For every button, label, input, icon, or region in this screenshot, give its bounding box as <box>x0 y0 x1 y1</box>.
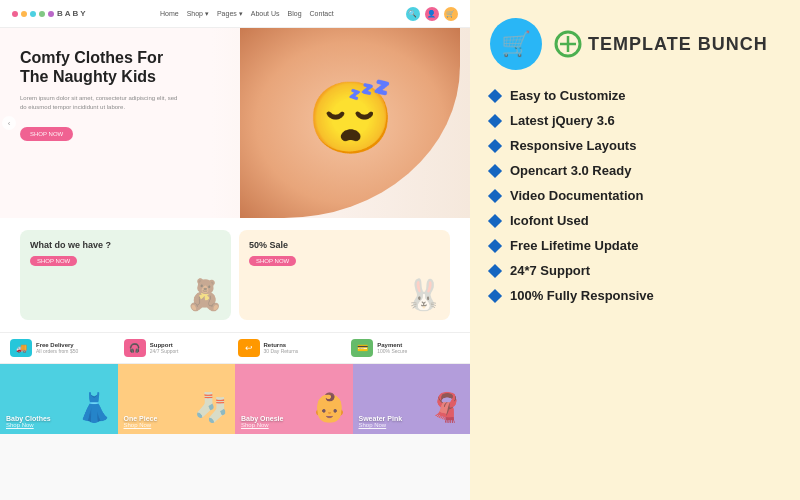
feature-payment-text: Payment 100% Secure <box>377 342 407 354</box>
site-header: BABY Home Shop ▾ Pages ▾ About Us Blog C… <box>0 0 470 28</box>
nav-contact[interactable]: Contact <box>310 10 334 17</box>
nav-shop[interactable]: Shop ▾ <box>187 10 209 18</box>
cart-badge: 🛒 <box>490 18 542 70</box>
diamond-icon-5 <box>488 188 502 202</box>
feature-delivery-text: Free Delivery All orders from $50 <box>36 342 78 354</box>
nav-home[interactable]: Home <box>160 10 179 17</box>
promo-card-2-icon: 🐰 <box>405 277 442 312</box>
feature-video-doc-label: Video Documentation <box>510 188 643 203</box>
search-icon[interactable]: 🔍 <box>406 7 420 21</box>
feature-fully-responsive: 100% Fully Responsive <box>490 288 780 303</box>
feature-fully-responsive-label: 100% Fully Responsive <box>510 288 654 303</box>
website-mockup: BABY Home Shop ▾ Pages ▾ About Us Blog C… <box>0 0 470 500</box>
feature-returns: ↩ Returns 30 Day Returns <box>238 339 347 357</box>
logo-dot-4 <box>39 11 45 17</box>
feature-icofont: Icofont Used <box>490 213 780 228</box>
promo-card-1-content: What do we have ? SHOP NOW <box>30 240 111 266</box>
hero-shop-now-button[interactable]: SHOP NOW <box>20 127 73 141</box>
brand-name-text: TEMPLATE BUNCH <box>588 34 768 55</box>
promo-card-2-shop-button[interactable]: SHOP NOW <box>249 256 296 266</box>
baby-onesie-icon: 👶 <box>312 391 347 424</box>
promo-card-sale: 50% Sale SHOP NOW 🐰 <box>239 230 450 320</box>
delivery-icon: 🚚 <box>10 339 32 357</box>
payment-icon: 💳 <box>351 339 373 357</box>
hero-content: Comfy Clothes For The Naughty Kids Lorem… <box>20 48 180 141</box>
baby-emoji: 😴 <box>307 83 394 153</box>
support-sub: 24/7 Support <box>150 348 179 354</box>
hero-baby-image: 😴 <box>240 28 460 218</box>
diamond-icon-7 <box>488 238 502 252</box>
feature-icofont-label: Icofont Used <box>510 213 589 228</box>
nav-about[interactable]: About Us <box>251 10 280 17</box>
feature-247-support-label: 24*7 Support <box>510 263 590 278</box>
feature-responsive-label: Responsive Layouts <box>510 138 636 153</box>
diamond-icon-1 <box>488 88 502 102</box>
logo-dot-3 <box>30 11 36 17</box>
features-list: Easy to Customize Latest jQuery 3.6 Resp… <box>490 88 780 482</box>
header-icons: 🔍 👤 🛒 <box>406 7 458 21</box>
diamond-icon-4 <box>488 163 502 177</box>
feature-returns-text: Returns 30 Day Returns <box>264 342 299 354</box>
feature-support: 🎧 Support 24/7 Support <box>124 339 233 357</box>
product-sweater-pink[interactable]: 🧣 Sweater Pink Shop Now <box>353 364 471 434</box>
feature-jquery-label: Latest jQuery 3.6 <box>510 113 615 128</box>
cart-badge-icon: 🛒 <box>501 30 531 58</box>
feature-opencart: Opencart 3.0 Ready <box>490 163 780 178</box>
diamond-icon-9 <box>488 288 502 302</box>
one-piece-icon: 🧦 <box>194 391 229 424</box>
diamond-icon-3 <box>488 138 502 152</box>
feature-jquery: Latest jQuery 3.6 <box>490 113 780 128</box>
nav-blog[interactable]: Blog <box>288 10 302 17</box>
feature-easy-customize-label: Easy to Customize <box>510 88 626 103</box>
feature-lifetime-update-label: Free Lifetime Update <box>510 238 639 253</box>
promo-section: What do we have ? SHOP NOW 🧸 50% Sale SH… <box>0 218 470 332</box>
promo-card-1-label: What do we have ? <box>30 240 111 252</box>
right-panel: 🛒 TEMPLATE BUNCH Easy to Customize Lates… <box>470 0 800 500</box>
baby-clothes-icon: 👗 <box>77 391 112 424</box>
diamond-icon-2 <box>488 113 502 127</box>
product-baby-onesie[interactable]: 👶 Baby Onesie Shop Now <box>235 364 353 434</box>
payment-sub: 100% Secure <box>377 348 407 354</box>
features-bar: 🚚 Free Delivery All orders from $50 🎧 Su… <box>0 332 470 364</box>
hero-arrow-left[interactable]: ‹ <box>2 116 16 130</box>
returns-icon: ↩ <box>238 339 260 357</box>
diamond-icon-6 <box>488 213 502 227</box>
logo: BABY <box>12 9 88 18</box>
support-icon: 🎧 <box>124 339 146 357</box>
nav-pages[interactable]: Pages ▾ <box>217 10 243 18</box>
logo-dot-1 <box>12 11 18 17</box>
logo-dot-5 <box>48 11 54 17</box>
feature-opencart-label: Opencart 3.0 Ready <box>510 163 631 178</box>
promo-card-2-content: 50% Sale SHOP NOW <box>249 240 296 266</box>
templatebunch-logo-icon <box>554 30 582 58</box>
promo-card-2-label: 50% Sale <box>249 240 296 252</box>
cart-icon[interactable]: 🛒 <box>444 7 458 21</box>
brand-logo: TEMPLATE BUNCH <box>554 30 768 58</box>
promo-card-what-do-we-have: What do we have ? SHOP NOW 🧸 <box>20 230 231 320</box>
feature-payment: 💳 Payment 100% Secure <box>351 339 460 357</box>
sweater-icon: 🧣 <box>429 391 464 424</box>
hero-section: ‹ Comfy Clothes For The Naughty Kids Lor… <box>0 28 470 218</box>
feature-easy-customize: Easy to Customize <box>490 88 780 103</box>
logo-text: BABY <box>57 9 88 18</box>
logo-dot-2 <box>21 11 27 17</box>
product-row: 👗 Baby Clothes Shop Now 🧦 One Piece Shop… <box>0 364 470 434</box>
diamond-icon-8 <box>488 263 502 277</box>
product-baby-clothes[interactable]: 👗 Baby Clothes Shop Now <box>0 364 118 434</box>
hero-description: Lorem ipsum dolor sit amet, consectetur … <box>20 94 180 112</box>
account-icon[interactable]: 👤 <box>425 7 439 21</box>
promo-card-1-icon: 🧸 <box>186 277 223 312</box>
feature-responsive: Responsive Layouts <box>490 138 780 153</box>
returns-sub: 30 Day Returns <box>264 348 299 354</box>
promo-card-1-shop-button[interactable]: SHOP NOW <box>30 256 77 266</box>
feature-video-doc: Video Documentation <box>490 188 780 203</box>
nav-bar: Home Shop ▾ Pages ▾ About Us Blog Contac… <box>160 10 334 18</box>
feature-lifetime-update: Free Lifetime Update <box>490 238 780 253</box>
product-one-piece[interactable]: 🧦 One Piece Shop Now <box>118 364 236 434</box>
branding-row: 🛒 TEMPLATE BUNCH <box>490 18 780 70</box>
feature-support-text: Support 24/7 Support <box>150 342 179 354</box>
hero-title: Comfy Clothes For The Naughty Kids <box>20 48 180 86</box>
feature-free-delivery: 🚚 Free Delivery All orders from $50 <box>10 339 119 357</box>
feature-247-support: 24*7 Support <box>490 263 780 278</box>
delivery-sub: All orders from $50 <box>36 348 78 354</box>
